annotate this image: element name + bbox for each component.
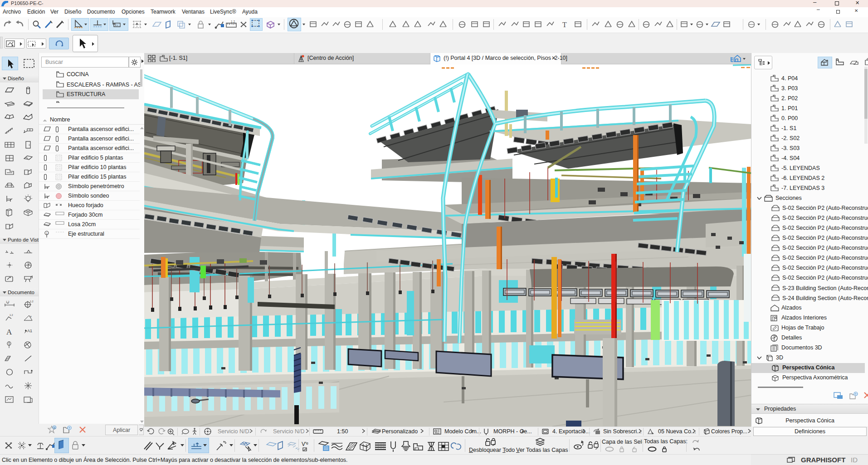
svg-text:1.2: 1.2	[6, 300, 10, 303]
svg-text:A: A	[6, 328, 12, 336]
svg-text:1.2: 1.2	[30, 300, 34, 303]
svg-text:α: α	[30, 315, 32, 318]
svg-text:1: 1	[46, 232, 48, 235]
svg-text:1 2: 1 2	[231, 20, 235, 23]
svg-text:V′ᵉ: V′ᵉ	[302, 441, 308, 447]
svg-text:A1: A1	[27, 329, 32, 333]
svg-text:T: T	[562, 21, 567, 29]
svg-text:XY:: XY:	[115, 24, 119, 27]
svg-text:1.2: 1.2	[10, 314, 13, 316]
svg-text:1: 1	[9, 343, 10, 345]
